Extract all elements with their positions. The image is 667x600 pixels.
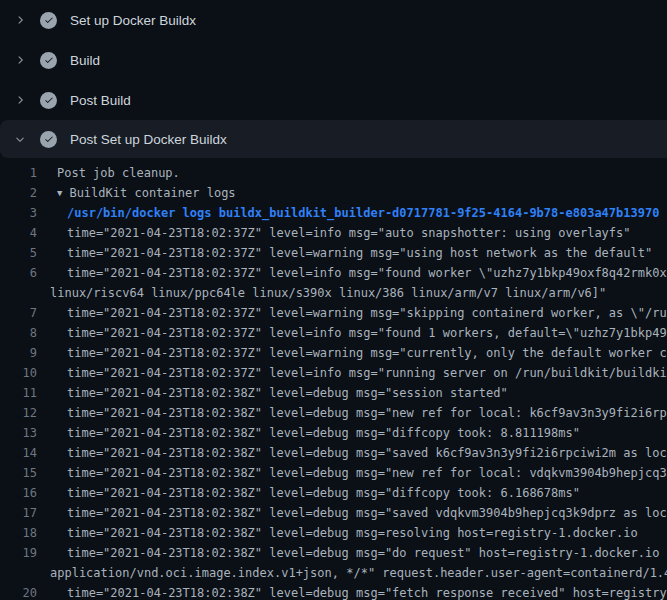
log-line-18: 18time="2021-04-23T18:02:38Z" level=debu… (0, 523, 667, 543)
group-title[interactable]: BuildKit container logs (69, 186, 235, 200)
log-line-5: 5time="2021-04-23T18:02:37Z" level=warni… (0, 243, 667, 263)
step-post-build[interactable]: Post Build (0, 80, 667, 120)
log-line-text: time="2021-04-23T18:02:38Z" level=debug … (50, 443, 667, 463)
log-line-text: time="2021-04-23T18:02:38Z" level=debug … (50, 423, 580, 443)
chevron-right-icon[interactable] (12, 92, 28, 108)
chevron-right-icon[interactable] (12, 52, 28, 68)
log-line-text: time="2021-04-23T18:02:38Z" level=debug … (50, 503, 667, 523)
log-line-number[interactable]: 2 (0, 183, 37, 203)
step-build[interactable]: Build (0, 40, 667, 80)
log-line-number[interactable]: 16 (0, 483, 37, 503)
step-label: Post Set up Docker Buildx (70, 132, 227, 147)
log-command-text: /usr/bin/docker logs buildx_buildkit_bui… (50, 203, 659, 223)
step-post-set-up-docker-buildx[interactable]: Post Set up Docker Buildx (0, 120, 667, 158)
log-line-number[interactable]: 7 (0, 303, 37, 323)
log-line-number[interactable]: 12 (0, 403, 37, 423)
log-line-14: 14time="2021-04-23T18:02:38Z" level=debu… (0, 443, 667, 463)
log-line-7: 7time="2021-04-23T18:02:37Z" level=warni… (0, 303, 667, 323)
log-line-number[interactable]: 13 (0, 423, 37, 443)
log-line-8: 8time="2021-04-23T18:02:37Z" level=info … (0, 323, 667, 343)
log-line-number[interactable]: 14 (0, 443, 37, 463)
chevron-right-icon[interactable] (12, 12, 28, 28)
log-line-text: time="2021-04-23T18:02:37Z" level=warnin… (50, 243, 652, 263)
log-line-text: time="2021-04-23T18:02:37Z" level=warnin… (50, 303, 667, 323)
step-label: Set up Docker Buildx (70, 13, 196, 28)
log-line-number[interactable]: 4 (0, 223, 37, 243)
log-line-9: 9time="2021-04-23T18:02:37Z" level=warni… (0, 343, 667, 363)
log-line-16: 16time="2021-04-23T18:02:38Z" level=debu… (0, 483, 667, 503)
group-collapse-toggle-icon[interactable]: ▼ (57, 183, 62, 203)
step-label: Build (70, 53, 100, 68)
log-line-6: 6time="2021-04-23T18:02:37Z" level=info … (0, 263, 667, 283)
actions-log-viewer: Set up Docker Buildx Build Post Build (0, 0, 667, 600)
log-line-4: 4time="2021-04-23T18:02:37Z" level=info … (0, 223, 667, 243)
log-line-number[interactable]: 3 (0, 203, 37, 223)
log-line-17: 17time="2021-04-23T18:02:38Z" level=debu… (0, 503, 667, 523)
log-line-number[interactable]: 6 (0, 263, 37, 283)
log-line-number[interactable]: 9 (0, 343, 37, 363)
check-circle-icon (40, 131, 57, 148)
log-line-2: 2▼BuildKit container logs (0, 183, 667, 203)
log-line-continuation: linux/riscv64 linux/ppc64le linux/s390x … (0, 283, 667, 303)
log-line-13: 13time="2021-04-23T18:02:38Z" level=debu… (0, 423, 667, 443)
log-line-20: 20time="2021-04-23T18:02:38Z" level=debu… (0, 583, 667, 600)
log-line-number[interactable]: 1 (0, 163, 37, 183)
log-line-number[interactable]: 8 (0, 323, 37, 343)
log-line-number[interactable]: 20 (0, 583, 37, 600)
log-line-text: Post job cleanup. (50, 163, 180, 183)
log-line-text: time="2021-04-23T18:02:38Z" level=debug … (50, 523, 638, 543)
log-line-text: time="2021-04-23T18:02:37Z" level=info m… (50, 263, 667, 283)
check-circle-icon (40, 12, 57, 29)
log-line-text: linux/riscv64 linux/ppc64le linux/s390x … (50, 283, 606, 303)
log-line-1: 1Post job cleanup. (0, 163, 667, 183)
log-line-number (0, 563, 37, 583)
check-circle-icon (40, 52, 57, 69)
log-line-number[interactable]: 18 (0, 523, 37, 543)
chevron-down-icon[interactable] (12, 131, 28, 147)
log-line-text: time="2021-04-23T18:02:38Z" level=debug … (50, 583, 667, 600)
log-line-3: 3/usr/bin/docker logs buildx_buildkit_bu… (0, 203, 667, 223)
log-line-number (0, 283, 37, 303)
log-line-number[interactable]: 11 (0, 383, 37, 403)
log-line-number[interactable]: 17 (0, 503, 37, 523)
log-line-text: time="2021-04-23T18:02:38Z" level=debug … (50, 403, 667, 423)
log-line-number[interactable]: 10 (0, 363, 37, 383)
log-line-continuation: application/vnd.oci.image.index.v1+json,… (0, 563, 667, 583)
log-line-text: time="2021-04-23T18:02:37Z" level=info m… (50, 223, 631, 243)
log-line-text: time="2021-04-23T18:02:38Z" level=debug … (50, 463, 667, 483)
log-line-text: ▼BuildKit container logs (50, 183, 236, 203)
log-line-text: application/vnd.oci.image.index.v1+json,… (50, 563, 667, 583)
step-label: Post Build (70, 93, 131, 108)
log-line-text: time="2021-04-23T18:02:37Z" level=info m… (50, 323, 667, 343)
step-set-up-docker-buildx[interactable]: Set up Docker Buildx (0, 0, 667, 40)
log-line-11: 11time="2021-04-23T18:02:38Z" level=debu… (0, 383, 667, 403)
log-line-19: 19time="2021-04-23T18:02:38Z" level=debu… (0, 543, 667, 563)
log-line-text: time="2021-04-23T18:02:37Z" level=info m… (50, 363, 667, 383)
log-line-12: 12time="2021-04-23T18:02:38Z" level=debu… (0, 403, 667, 423)
check-circle-icon (40, 92, 57, 109)
log-line-number[interactable]: 15 (0, 463, 37, 483)
log-line-text: time="2021-04-23T18:02:38Z" level=debug … (50, 483, 580, 503)
log-line-text: time="2021-04-23T18:02:37Z" level=warnin… (50, 343, 667, 363)
log-line-number[interactable]: 19 (0, 543, 37, 563)
step-list: Set up Docker Buildx Build Post Build (0, 0, 667, 158)
log-line-10: 10time="2021-04-23T18:02:37Z" level=info… (0, 363, 667, 383)
log-area: 1Post job cleanup.2▼BuildKit container l… (0, 158, 667, 600)
log-line-text: time="2021-04-23T18:02:38Z" level=debug … (50, 383, 508, 403)
log-line-number[interactable]: 5 (0, 243, 37, 263)
log-line-text: time="2021-04-23T18:02:38Z" level=debug … (50, 543, 667, 563)
log-line-15: 15time="2021-04-23T18:02:38Z" level=debu… (0, 463, 667, 483)
